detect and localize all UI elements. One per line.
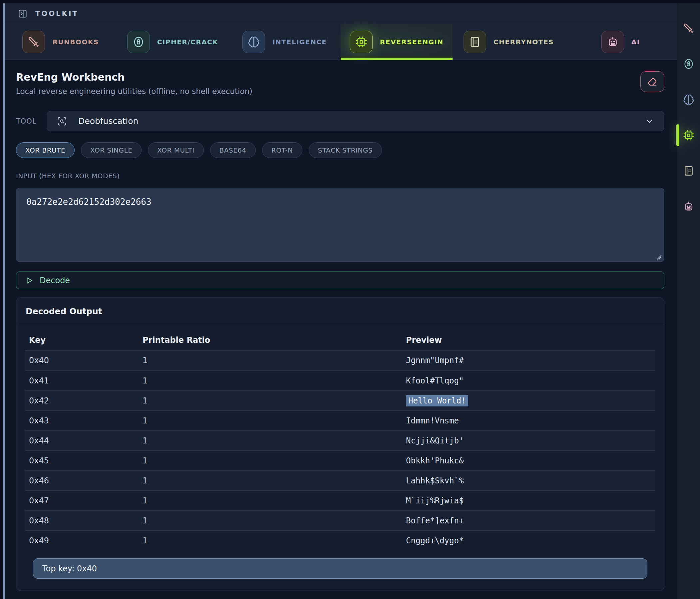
mode-chip-xor-brute[interactable]: XOR BRUTE [16, 142, 75, 158]
column-header-ratio: Printable Ratio [143, 335, 406, 345]
mode-chip-xor-multi[interactable]: XOR MULTI [148, 142, 203, 158]
mode-chip-xor-single[interactable]: XOR SINGLE [81, 142, 142, 158]
tab-label: CHERRYNOTES [494, 38, 554, 46]
preview-text: Jgnnm"Umpnf# [406, 356, 464, 365]
row-key: 0x48 [29, 516, 143, 525]
table-row: 0x42 1 Hello World! [25, 390, 655, 410]
top-key-banner: Top key: 0x40 [33, 558, 647, 579]
mode-chip-base64[interactable]: BASE64 [210, 142, 256, 158]
row-key: 0x45 [29, 456, 143, 465]
row-preview: Cnggd+\dygo* [406, 536, 651, 545]
tab-label: INTELIGENCE [272, 38, 327, 46]
cpu-chip-icon [350, 31, 373, 53]
main-column: TOOLKIT RUNBOOKS CIPHER/CRACK INTELIGENC… [5, 3, 677, 599]
preview-text: Lahhk$Skvh`% [406, 476, 464, 485]
row-preview: Boffe*]exfn+ [406, 516, 651, 525]
table-row: 0x44 1 Ncjji&Qitjb' [25, 430, 655, 450]
row-preview: Kfool#Tlqog" [406, 376, 651, 385]
tab-cipher-crack[interactable]: CIPHER/CRACK [117, 24, 228, 59]
row-preview: Ncjji&Qitjb' [406, 436, 651, 446]
row-key: 0x47 [29, 496, 143, 505]
page-title: RevEng Workbench [16, 71, 252, 83]
top-bar: TOOLKIT [5, 3, 677, 24]
tab-cherrynotes[interactable]: CHERRYNOTES [453, 24, 565, 59]
panel-toggle-icon[interactable] [18, 9, 27, 18]
table-row: 0x49 1 Cnggd+\dygo* [25, 530, 655, 550]
row-printable-ratio: 1 [143, 536, 406, 545]
column-header-key: Key [29, 335, 143, 345]
row-key: 0x42 [29, 396, 143, 405]
decode-button-label: Decode [40, 276, 70, 285]
preview-text: Kfool#Tlqog" [406, 376, 464, 385]
mode-chip-stack-strings[interactable]: STACK STRINGS [309, 142, 382, 158]
scan-search-icon [57, 116, 67, 126]
rail-robot-icon[interactable] [682, 200, 695, 213]
robot-icon [601, 31, 624, 53]
preview-text: Ncjji&Qitjb' [406, 436, 464, 446]
page-subtitle: Local reverse engineering utilities (off… [16, 87, 252, 96]
row-printable-ratio: 1 [143, 356, 406, 365]
tool-label: TOOL [16, 117, 47, 125]
table-row: 0x47 1 M`iij%Rjwia$ [25, 490, 655, 510]
row-key: 0x40 [29, 356, 143, 365]
row-printable-ratio: 1 [143, 436, 406, 446]
row-printable-ratio: 1 [143, 476, 406, 485]
row-preview: Idmmn!Vnsme [406, 416, 651, 426]
brain-icon [243, 31, 265, 53]
tab-inteligence[interactable]: INTELIGENCE [229, 24, 341, 59]
table-row: 0x43 1 Idmmn!Vnsme [25, 410, 655, 430]
tab-label: RUNBOOKS [52, 38, 99, 46]
resize-grip[interactable] [655, 254, 662, 260]
row-printable-ratio: 1 [143, 516, 406, 525]
workbench-panel: RevEng Workbench Local reverse engineeri… [5, 60, 677, 599]
results-table-header: Key Printable Ratio Preview [25, 330, 655, 351]
table-row: 0x45 1 Obkkh'Phukc& [25, 450, 655, 471]
row-printable-ratio: 1 [143, 496, 406, 505]
rail-sword-icon[interactable] [682, 22, 695, 34]
clear-button[interactable] [641, 71, 665, 92]
rail-cpu-chip-icon[interactable] [682, 129, 695, 142]
right-rail [677, 3, 700, 599]
rail-keyhole-icon[interactable] [682, 57, 695, 70]
notebook-icon [464, 31, 486, 53]
app-root: TOOLKIT RUNBOOKS CIPHER/CRACK INTELIGENC… [0, 0, 700, 599]
row-printable-ratio: 1 [143, 416, 406, 426]
rail-brain-icon[interactable] [682, 93, 695, 106]
window-shell: TOOLKIT RUNBOOKS CIPHER/CRACK INTELIGENC… [3, 3, 700, 599]
row-preview: Jgnnm"Umpnf# [406, 356, 651, 365]
rail-notebook-icon[interactable] [682, 165, 695, 177]
row-printable-ratio: 1 [143, 396, 406, 405]
decoded-output-card: Decoded Output Key Printable Ratio Previ… [16, 297, 665, 591]
mode-chips: XOR BRUTE XOR SINGLE XOR MULTI BASE64 RO… [16, 142, 665, 158]
row-key: 0x46 [29, 476, 143, 485]
mode-chip-rot-n[interactable]: ROT-N [262, 142, 302, 158]
tab-bar: RUNBOOKS CIPHER/CRACK INTELIGENCE REVERS… [5, 24, 677, 60]
tool-select[interactable]: Deobfuscation [47, 111, 665, 131]
chevron-down-icon [645, 117, 654, 126]
table-row: 0x40 1 Jgnnm"Umpnf# [25, 351, 655, 370]
row-key: 0x44 [29, 436, 143, 446]
preview-text: Boffe*]exfn+ [406, 516, 464, 525]
keyhole-icon [127, 31, 150, 53]
tab-ai[interactable]: AI [565, 24, 677, 59]
preview-text: Hello World! [406, 395, 468, 406]
tab-reverseengin[interactable]: REVERSEENGIN [341, 24, 453, 59]
row-printable-ratio: 1 [143, 376, 406, 385]
decode-button[interactable]: Decode [16, 271, 665, 289]
table-row: 0x41 1 Kfool#Tlqog" [25, 370, 655, 390]
preview-text: Cnggd+\dygo* [406, 536, 464, 545]
hex-input[interactable]: 0a272e2e2d62152d302e2663 [16, 188, 665, 262]
play-icon [25, 276, 34, 285]
row-key: 0x49 [29, 536, 143, 545]
tool-select-value: Deobfuscation [78, 116, 138, 126]
sword-icon [22, 31, 45, 53]
row-key: 0x43 [29, 416, 143, 426]
eraser-icon [647, 76, 658, 87]
input-label: INPUT (HEX FOR XOR MODES) [16, 172, 665, 180]
preview-text: Obkkh'Phukc& [406, 456, 464, 465]
tab-runbooks[interactable]: RUNBOOKS [5, 24, 117, 59]
row-preview: Obkkh'Phukc& [406, 456, 651, 465]
table-row: 0x46 1 Lahhk$Skvh`% [25, 471, 655, 490]
row-key: 0x41 [29, 376, 143, 385]
decoded-output-title: Decoded Output [16, 298, 664, 325]
